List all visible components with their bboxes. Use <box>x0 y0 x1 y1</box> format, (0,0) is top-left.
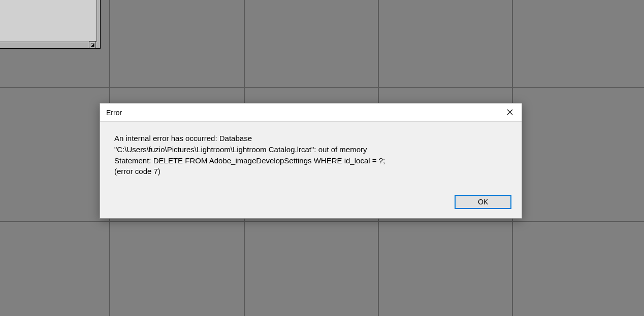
error-dialog: Error An internal error has occurred: Da… <box>100 103 522 219</box>
message-line: Statement: DELETE FROM Adobe_imageDevelo… <box>114 156 385 165</box>
dialog-titlebar: Error <box>100 103 522 122</box>
message-line: An internal error has occurred: Database <box>114 134 252 143</box>
ok-button[interactable]: OK <box>455 195 511 209</box>
close-button[interactable] <box>498 103 522 122</box>
dialog-title: Error <box>106 109 122 117</box>
photo-thumbnail[interactable]: ◪ <box>0 0 101 49</box>
grid-line <box>0 221 644 222</box>
close-icon <box>507 108 513 117</box>
thumbnail-image <box>0 0 97 42</box>
message-line: (error code 7) <box>114 167 160 175</box>
dialog-button-row: OK <box>100 195 522 218</box>
grid-line <box>0 87 644 88</box>
dialog-message: An internal error has occurred: Database… <box>100 122 522 195</box>
thumbnail-badge-icon: ◪ <box>89 41 96 48</box>
message-line: "C:\Users\fuzio\Pictures\Lightroom\Light… <box>114 145 367 154</box>
